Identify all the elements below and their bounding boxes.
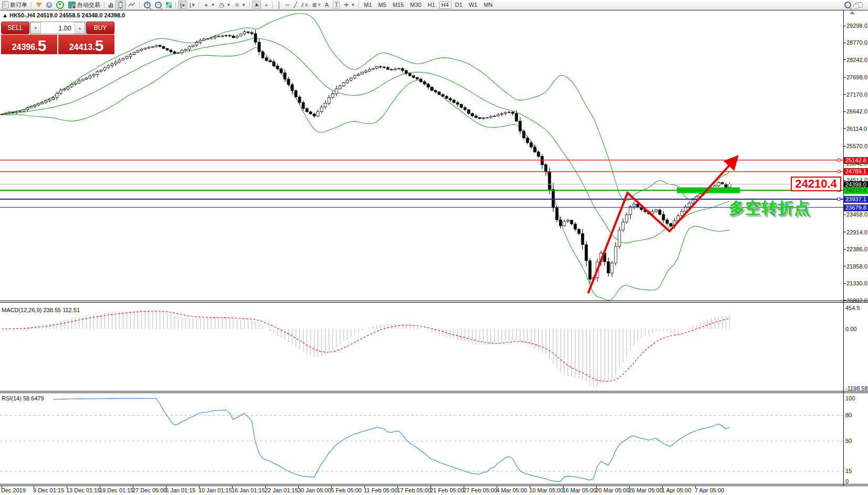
volume-field: ▼ 1.00 ▲ [30, 22, 86, 34]
high-value: 24558.5 [59, 12, 80, 18]
buy-price-display[interactable]: 24413.5 [58, 35, 114, 54]
volume-increase-button[interactable]: ▲ [75, 22, 85, 34]
macd-values: 238.55 112.51 [43, 307, 80, 313]
buy-button[interactable]: BUY [86, 22, 114, 34]
chart-scroll-marker[interactable] [850, 11, 855, 14]
rsi-values: 58.6479 [23, 395, 44, 401]
one-click-trade-panel: SELL ▼ 1.00 ▲ BUY 24396.5 24413.5 [1, 22, 114, 54]
buy-price-major: 24413 [69, 42, 93, 53]
price-marker-label: 25142.8 [844, 157, 868, 164]
price-marker-label: 23937.1 [844, 196, 868, 203]
symbol-period-label: HK50-,H4 [9, 12, 35, 18]
close-value: 24398.0 [104, 12, 125, 18]
buy-price-minor: 5 [95, 38, 104, 53]
rsi-label: RSI(14) 58.6479 [2, 395, 44, 401]
collapse-arrow-icon[interactable]: ▲ [2, 12, 8, 18]
low-value: 24348.0 [82, 12, 103, 18]
sell-button[interactable]: SELL [1, 22, 29, 34]
volume-decrease-button[interactable]: ▼ [30, 22, 41, 34]
sell-price-display[interactable]: 24396.5 [1, 35, 57, 54]
sell-price-minor: 5 [38, 38, 47, 53]
price-marker-label: 24789.1 [844, 168, 868, 175]
macd-label: MACD(12,26,9) 238.55 112.51 [2, 307, 80, 313]
chart-canvas[interactable] [0, 0, 868, 495]
macd-name: MACD(12,26,9) [2, 307, 41, 313]
turning-point-note[interactable]: 多空转折点 [729, 198, 810, 219]
sell-price-major: 24396 [12, 42, 36, 53]
price-marker-label: 23679.8 [844, 204, 868, 211]
volume-input[interactable]: 1.00 [41, 22, 75, 34]
rsi-name: RSI(14) [2, 395, 22, 401]
price-marker-label: 24210.4 [844, 187, 868, 194]
open-value: 24519.0 [37, 12, 58, 18]
price-callout-label[interactable]: 24210.4 [791, 177, 841, 191]
chart-ohlc-header: ▲ HK50-,H4 24519.0 24558.5 24348.0 24398… [2, 12, 125, 18]
